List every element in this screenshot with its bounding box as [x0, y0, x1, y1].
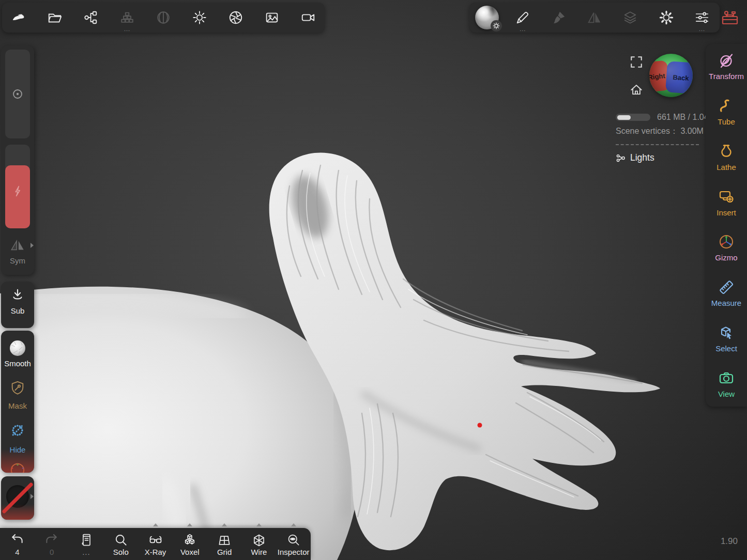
render-aperture-icon — [228, 10, 243, 25]
export-image-button[interactable] — [261, 4, 283, 31]
tool-gizmo[interactable]: Gizmo — [706, 225, 747, 271]
alpha-panel — [1, 476, 34, 520]
tube-icon — [718, 98, 735, 114]
scene-graph-icon — [83, 10, 99, 25]
sub-arrow-icon — [10, 288, 25, 303]
tool-measure[interactable]: Measure — [706, 271, 747, 316]
xray-options-caret[interactable] — [153, 523, 158, 526]
files-button[interactable] — [43, 4, 66, 31]
smooth-sphere-icon — [8, 339, 27, 357]
primitives-more-dots: ... — [116, 28, 139, 30]
tool-tube[interactable]: Tube — [706, 89, 747, 135]
open-folder-icon — [47, 10, 63, 25]
intensity-slider[interactable] — [5, 145, 30, 228]
alpha-expand-caret[interactable] — [31, 494, 34, 499]
info-divider — [616, 144, 699, 145]
primitives-button[interactable]: ... — [116, 4, 139, 31]
interface-button[interactable]: ... — [691, 4, 713, 31]
stroke-more-dots: ... — [511, 28, 534, 30]
tool-select-label: Select — [715, 344, 737, 353]
radius-icon — [10, 86, 25, 102]
xray-button[interactable]: X-Ray — [138, 528, 173, 560]
toolbox-button[interactable] — [719, 6, 741, 29]
environment-sun-icon — [192, 10, 207, 25]
environment-button[interactable] — [188, 4, 211, 31]
inspector-options-caret[interactable] — [291, 523, 296, 526]
solo-magnifier-icon — [114, 533, 128, 548]
brush-cursor-dot — [478, 423, 482, 428]
symmetry-label: Sym — [1, 256, 34, 265]
grid-icon — [217, 533, 232, 548]
solo-label: Solo — [113, 548, 129, 556]
lights-button[interactable]: Lights — [616, 152, 706, 163]
tool-lathe[interactable]: Lathe — [706, 135, 747, 180]
top-left-toolbar: ... — [2, 3, 325, 33]
memory-usage: 661 MB / 1.04 G — [657, 113, 706, 122]
undo-button[interactable]: 4 — [0, 528, 35, 560]
alpha-none-slash-icon — [1, 476, 34, 520]
tool-tube-label: Tube — [718, 117, 735, 126]
painting-button[interactable] — [547, 4, 570, 31]
fullscreen-button[interactable] — [630, 55, 643, 69]
bottom-toolbar: 4 0 ... Solo X-Ray — [0, 528, 311, 560]
mirror-icon — [587, 10, 602, 25]
undo-icon — [10, 533, 24, 547]
gizmo-partial-icon[interactable] — [10, 461, 25, 473]
tool-insert[interactable]: Insert — [706, 180, 747, 225]
tool-view[interactable]: View — [706, 361, 747, 407]
radius-slider[interactable] — [5, 50, 30, 138]
undo-count: 4 — [15, 548, 19, 556]
redo-icon — [44, 533, 59, 547]
lathe-icon — [718, 143, 735, 160]
redo-count: 0 — [50, 548, 54, 556]
image-export-icon — [264, 10, 280, 25]
voxel-options-caret[interactable] — [187, 523, 192, 526]
mesh-sphere-icon — [156, 10, 171, 25]
gizmo-icon — [718, 234, 735, 250]
tool-lathe-label: Lathe — [716, 163, 736, 172]
material-button[interactable] — [476, 4, 498, 31]
stroke-button[interactable]: ... — [511, 4, 534, 31]
symmetry-icon — [10, 238, 25, 253]
memory-bar — [616, 114, 650, 121]
inspector-button[interactable]: Inspector — [276, 528, 311, 560]
transform-icon — [718, 52, 735, 69]
inspector-eye-icon — [286, 533, 301, 548]
settings-button[interactable] — [655, 4, 678, 31]
lights-node-icon — [616, 153, 626, 163]
sliders-icon — [694, 10, 710, 25]
symmetry-expand-caret[interactable] — [31, 243, 34, 248]
stroke-pencil-icon — [515, 10, 530, 25]
tool-transform[interactable]: Transform — [706, 44, 747, 89]
record-video-button[interactable] — [297, 4, 319, 31]
wire-options-caret[interactable] — [256, 523, 262, 526]
voxel-label: Voxel — [180, 548, 200, 556]
select-icon — [718, 324, 735, 341]
gear-icon — [493, 22, 500, 29]
material-settings-badge — [491, 20, 502, 32]
memory-bar-fill — [617, 115, 631, 120]
tool-select[interactable]: Select — [706, 316, 747, 362]
grid-button[interactable]: Grid — [207, 528, 242, 560]
redo-button[interactable]: 0 — [35, 528, 69, 560]
grid-options-caret[interactable] — [222, 523, 227, 526]
material-sphere — [475, 6, 499, 29]
voxel-button[interactable]: Voxel — [173, 528, 207, 560]
scene-graph-button[interactable] — [80, 4, 102, 31]
video-record-icon — [300, 10, 316, 25]
layers-button[interactable] — [619, 4, 642, 31]
scene-vertices: Scene vertices： 3.00M — [616, 126, 706, 137]
orientation-navball[interactable]: Right Back — [649, 54, 693, 97]
topology-button[interactable] — [152, 4, 175, 31]
history-notes-button[interactable]: ... — [69, 528, 104, 560]
home-view-button[interactable] — [630, 83, 643, 97]
render-button[interactable] — [224, 4, 247, 31]
wire-button[interactable]: Wire — [241, 528, 276, 560]
tool-measure-label: Measure — [711, 299, 741, 307]
app-menu-button[interactable] — [7, 4, 30, 31]
solo-button[interactable]: Solo — [103, 528, 138, 560]
xray-label: X-Ray — [145, 548, 166, 556]
insert-icon — [718, 189, 735, 205]
symmetry-button[interactable] — [583, 4, 606, 31]
scene-vertices-label: Scene vertices： — [616, 127, 678, 135]
